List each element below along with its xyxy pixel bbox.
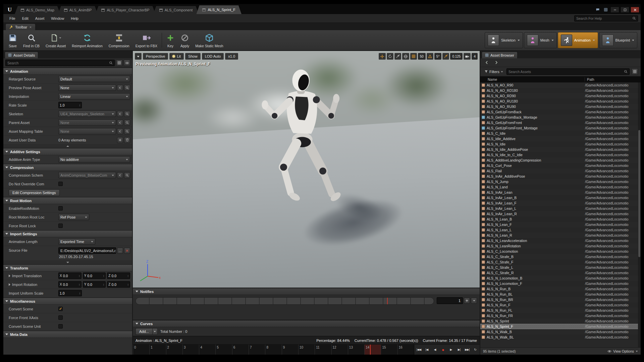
find-in-cb-button[interactable]: Find in CB: [20, 31, 43, 50]
translate-mode-button[interactable]: [379, 53, 386, 60]
create-asset-button[interactable]: Create Asset: [43, 31, 69, 50]
timeline-frame-cell[interactable]: 12: [331, 345, 348, 355]
force-front-xaxis-checkbox[interactable]: ✓: [58, 315, 63, 320]
timeline-frame-cell[interactable]: 3: [182, 345, 199, 355]
key-button[interactable]: Key: [163, 31, 177, 50]
asset-row[interactable]: ALS_N_Sprint_F /Game/AdvancedLocomotio: [480, 324, 641, 329]
asset-row[interactable]: ALS_N_LeanAcceleration /Game/AdvancedLoc…: [480, 238, 641, 243]
timeline-frame-cell[interactable]: 11: [315, 345, 331, 355]
camera-speed-value[interactable]: 4: [472, 53, 478, 60]
asset-row[interactable]: ALS_N_Lean_F /Game/AdvancedLocomotio: [480, 222, 641, 227]
timeline-frame-cell[interactable]: 15: [381, 345, 397, 355]
asset-row[interactable]: ALS_N_Run_BL /Game/AdvancedLocomotio: [480, 292, 641, 297]
details-scroll-area[interactable]: Animation Retarget Source Default Previe…: [3, 68, 132, 355]
spinner-icon[interactable]: ↕: [79, 104, 81, 107]
blueprint-mode-button[interactable]: Blueprint: [599, 32, 637, 48]
animation-length-dropdown[interactable]: Exported Time: [58, 238, 95, 245]
compression-button[interactable]: Compression: [106, 31, 132, 50]
scale-snap-toggle-button[interactable]: [442, 53, 449, 60]
details-search-input[interactable]: [7, 61, 108, 65]
asset-list-scrollbar[interactable]: [638, 82, 641, 347]
timeline-frame-cell[interactable]: 0: [133, 345, 149, 355]
timeline-frame-cell[interactable]: 14: [364, 345, 381, 355]
section-collapse-button[interactable]: [3, 144, 132, 148]
perspective-button[interactable]: Perspective: [143, 53, 168, 60]
mesh-mode-button[interactable]: Mesh: [524, 32, 557, 48]
asset-row[interactable]: ALS_C_Strafe_L /Game/AdvancedLocomotio: [480, 265, 641, 270]
asset-row[interactable]: ALS_InAir_Lean /Game/AdvancedLocomotio: [480, 190, 641, 195]
asset-row[interactable]: ALS_Curl_Pose /Game/AdvancedLocomotio: [480, 163, 641, 168]
section-additive-settings[interactable]: Additive Settings: [3, 148, 132, 155]
grid-snap-value[interactable]: 50: [418, 53, 426, 60]
delete-elements-button[interactable]: [124, 137, 130, 143]
asset-browser-tab[interactable]: Asset Browser: [482, 52, 518, 58]
asset-row[interactable]: ALS_C_Strafe_F /Game/AdvancedLocomotio: [480, 259, 641, 265]
make-static-mesh-button[interactable]: Make Static Mesh: [192, 31, 226, 50]
asset-row[interactable]: ALS_N_LeanRotation /Game/AdvancedLocomot…: [480, 243, 641, 249]
save-button[interactable]: Save: [5, 31, 20, 50]
animation-mode-button[interactable]: Animation: [558, 32, 598, 48]
add-element-button[interactable]: [117, 137, 123, 143]
rotation-snap-toggle-button[interactable]: [427, 53, 433, 60]
use-selected-button[interactable]: [117, 85, 123, 91]
root-motion-root-lock-dropdown[interactable]: Ref Pose: [58, 214, 89, 220]
scale-mode-button[interactable]: [394, 53, 401, 60]
timeline-frame-cell[interactable]: 6: [232, 345, 249, 355]
spinner-icon[interactable]: ↕: [127, 274, 129, 278]
playback-button[interactable]: |◀: [423, 346, 431, 353]
preview-viewport[interactable]: Perspective Lit Show LOD Auto x1.0 Previ…: [133, 51, 480, 288]
browse-to-asset-button[interactable]: [124, 120, 130, 126]
timeline-scrubber[interactable]: 0 1 2 3: [133, 345, 414, 355]
close-icon[interactable]: [29, 26, 32, 28]
asset-row[interactable]: ALS_N_Walk_BL /Game/AdvancedLocomotio: [480, 335, 641, 340]
enable-root-motion-checkbox[interactable]: ✓: [58, 206, 63, 210]
browse-to-asset-button[interactable]: [124, 172, 130, 178]
menu-file[interactable]: File: [6, 14, 19, 22]
asset-row[interactable]: ALS_N_Idle /Game/AdvancedLocomotio: [480, 141, 641, 147]
forward-button[interactable]: [492, 60, 500, 66]
browse-to-asset-button[interactable]: [124, 85, 130, 91]
do-not-override-checkbox[interactable]: ✓: [58, 182, 63, 186]
timeline-frame-cell[interactable]: 8: [265, 345, 281, 355]
expander-icon[interactable]: [9, 283, 10, 286]
timeline-frame-cell[interactable]: 16: [397, 345, 414, 355]
asset-row[interactable]: ALS_N_AO_RU90 /Game/AdvancedLocomotio: [480, 104, 641, 109]
asset-details-tab[interactable]: Asset Details: [5, 52, 38, 58]
use-selected-button[interactable]: [117, 128, 123, 134]
asset-row[interactable]: ALS_N_Sprint /Game/AdvancedLocomotio: [480, 318, 641, 324]
notify-track-options-button[interactable]: [471, 298, 477, 304]
timeline-frame-cell[interactable]: 9: [282, 345, 298, 355]
browse-to-asset-button[interactable]: [124, 128, 130, 134]
timeline-frame-cell[interactable]: 1: [149, 345, 166, 355]
viewport-options-button[interactable]: [135, 53, 142, 60]
rotation-y-input[interactable]: [87, 283, 102, 287]
asset-row[interactable]: ALS_C_Strafe_R /Game/AdvancedLocomotio: [480, 270, 641, 276]
camera-speed-button[interactable]: [464, 53, 471, 60]
asset-row[interactable]: ALS_InAir_Lean_B /Game/AdvancedLocomotio: [480, 195, 641, 200]
asset-row[interactable]: ALS_N_Locomotion_B /Game/AdvancedLocomot…: [480, 276, 641, 281]
rotation-x-input[interactable]: [63, 283, 78, 287]
asset-row[interactable]: ALS_N_Locomotion_F /Game/AdvancedLocomot…: [480, 281, 641, 286]
document-tab[interactable]: ALS_N_Sprint_F: [196, 5, 241, 14]
path-column-header[interactable]: Path: [585, 77, 641, 81]
section-animation[interactable]: Animation: [3, 68, 132, 75]
asset-row[interactable]: ALS_N_Jump /Game/AdvancedLocomotio: [480, 179, 641, 184]
asset-row[interactable]: ALS_N_Run_FL /Game/AdvancedLocomotio: [480, 308, 641, 313]
asset-row[interactable]: ALS_N_Walk_B /Game/AdvancedLocomotio: [480, 329, 641, 335]
world-local-toggle-button[interactable]: [402, 53, 409, 60]
force-root-lock-checkbox[interactable]: ✓: [58, 224, 63, 228]
source-file-path-field[interactable]: E:/Desktop/ALSV2_Animations/Loco: [58, 247, 116, 254]
add-curve-button[interactable]: Add...: [136, 328, 158, 335]
show-button[interactable]: Show: [185, 53, 201, 60]
grid-snap-toggle-button[interactable]: [410, 53, 417, 60]
maximize-button[interactable]: [621, 7, 629, 13]
playback-button[interactable]: ▶|: [455, 346, 463, 353]
reimport-animation-button[interactable]: Reimport Animation: [69, 31, 106, 50]
asset-row[interactable]: ALS_C_Idle /Game/AdvancedLocomotio: [480, 131, 641, 136]
timeline-frame-cell[interactable]: 7: [249, 345, 265, 355]
asset-row[interactable]: ALS_N_Lean_R /Game/AdvancedLocomotio: [480, 233, 641, 238]
asset-row[interactable]: ALS_N_AO_R90 /Game/AdvancedLocomotio: [480, 82, 641, 88]
preview-pose-dropdown[interactable]: None: [58, 84, 116, 91]
asset-list[interactable]: ALS_N_AO_R90 /Game/AdvancedLocomotio ALS…: [480, 82, 641, 347]
asset-row[interactable]: ALS_AdditiveLandingCompression /Game/Adv…: [480, 158, 641, 163]
